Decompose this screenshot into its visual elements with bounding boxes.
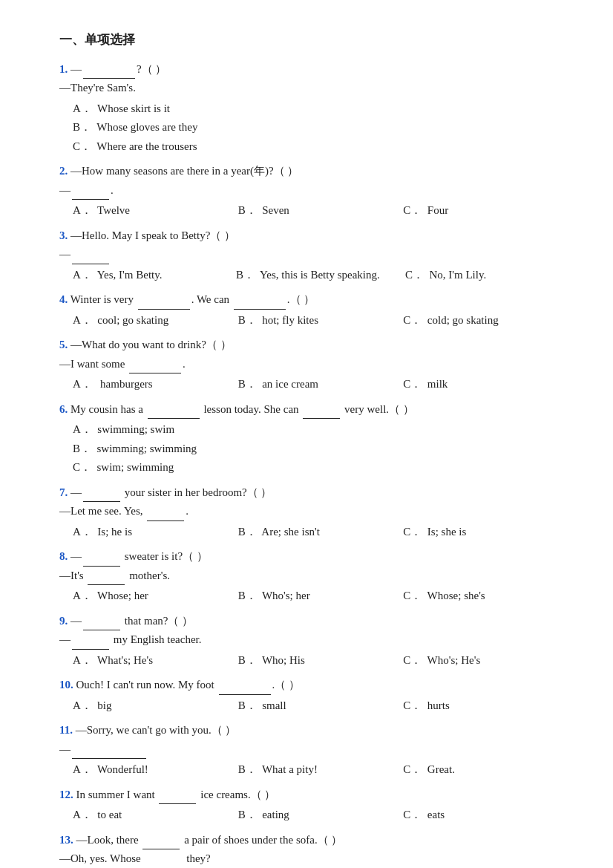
q2-options: A． Twelve B． Seven C． Four xyxy=(73,201,568,221)
q12-optC: C． eats xyxy=(403,806,568,825)
q1-text: —?（ ） xyxy=(71,63,166,75)
q11-options: A． Wonderful! B． What a pity! C． Great. xyxy=(73,760,568,780)
q4-optA: A． cool; go skating xyxy=(73,311,238,330)
q1-response: —They're Sam's. xyxy=(59,79,568,98)
q12-options: A． to eat B． eating C． eats xyxy=(73,806,568,825)
q8-optB: B． Who's; her xyxy=(238,587,404,606)
section: 一、单项选择 1. —?（ ） —They're Sam's. A． Whose… xyxy=(59,30,568,868)
q11-number: 11. xyxy=(59,724,73,736)
q1-optA: A． Whose skirt is it xyxy=(73,99,568,119)
q12-optA: A． to eat xyxy=(73,806,238,825)
question-13: 13. —Look, there a pair of shoes under t… xyxy=(59,831,568,868)
q11-optC: C． Great. xyxy=(403,760,568,780)
q2-number: 2. xyxy=(59,165,68,177)
question-9: 9. — that man?（ ） — my English teacher. … xyxy=(59,612,568,670)
q3-optC: C． No, I'm Lily. xyxy=(405,266,568,285)
q12-optB: B． eating xyxy=(238,806,404,825)
q10-text: Ouch! I can't run now. My foot .（ ） xyxy=(76,679,301,691)
q8-text: — sweater is it?（ ） xyxy=(71,550,208,562)
q10-optA: A． big xyxy=(73,696,238,716)
q6-optB: B． swimming; swimming xyxy=(73,440,568,459)
q3-text: —Hello. May I speak to Betty?（ ） xyxy=(71,229,235,241)
q8-options: A． Whose; her B． Who's; her C． Whose; sh… xyxy=(73,587,568,606)
q6-optA: A． swimming; swim xyxy=(73,420,568,440)
question-1: 1. —?（ ） —They're Sam's. A． Whose skirt … xyxy=(59,60,568,157)
q8-optA: A． Whose; her xyxy=(73,587,238,606)
q3-optA: A． Yes, I'm Betty. xyxy=(73,266,236,285)
question-8: 8. — sweater is it?（ ） —It's mother's. A… xyxy=(59,547,568,606)
q4-optC: C． cold; go skating xyxy=(403,311,568,330)
q5-optA: A． hamburgers xyxy=(73,375,238,394)
q1-number: 1. xyxy=(59,63,68,75)
question-4: 4. Winter is very . We can .（ ） A． cool;… xyxy=(59,290,568,330)
q4-options: A． cool; go skating B． hot; fly kites C．… xyxy=(73,311,568,330)
q3-response: — xyxy=(59,245,568,264)
section-title: 一、单项选择 xyxy=(59,30,568,51)
q10-optC: C． hurts xyxy=(403,696,568,716)
q8-number: 8. xyxy=(59,550,68,562)
q13-response: —Oh, yes. Whose they? xyxy=(59,849,568,868)
q9-optC: C． Who's; He's xyxy=(403,651,568,670)
q3-number: 3. xyxy=(59,229,68,241)
q7-optA: A． Is; he is xyxy=(73,523,238,542)
q9-number: 9. xyxy=(59,615,68,627)
q8-optC: C． Whose; she's xyxy=(403,587,568,606)
q7-number: 7. xyxy=(59,486,68,498)
q7-response: —Let me see. Yes, . xyxy=(59,502,568,521)
q10-optB: B． small xyxy=(238,696,404,716)
q6-text: My cousin has a lesson today. She can ve… xyxy=(71,403,414,415)
q2-optC: C． Four xyxy=(403,201,568,221)
q5-options: A． hamburgers B． an ice cream C． milk xyxy=(73,375,568,394)
q5-number: 5. xyxy=(59,339,68,350)
q7-text: — your sister in her bedroom?（ ） xyxy=(71,486,272,498)
q5-optB: B． an ice cream xyxy=(238,375,404,394)
q13-number: 13. xyxy=(59,834,73,846)
q11-response: — xyxy=(59,740,568,760)
q7-optC: C． Is; she is xyxy=(403,523,568,542)
q1-optB: B． Whose gloves are they xyxy=(73,118,568,137)
q4-text: Winter is very . We can .（ ） xyxy=(71,293,315,305)
q11-optB: B． What a pity! xyxy=(238,760,404,780)
q11-optA: A． Wonderful! xyxy=(73,760,238,780)
q6-number: 6. xyxy=(59,403,68,415)
question-2: 2. —How many seasons are there in a year… xyxy=(59,162,568,221)
q9-response: — my English teacher. xyxy=(59,630,568,650)
q4-optB: B． hot; fly kites xyxy=(238,311,404,330)
q9-text: — that man?（ ） xyxy=(71,615,193,627)
q3-optB: B． Yes, this is Betty speaking. xyxy=(236,266,405,285)
q1-options: A． Whose skirt is it B． Whose gloves are… xyxy=(73,99,568,157)
q2-optB: B． Seven xyxy=(238,201,404,221)
question-11: 11. —Sorry, we can't go with you.（ ） — A… xyxy=(59,721,568,780)
q9-options: A． What's; He's B． Who; His C． Who's; He… xyxy=(73,651,568,670)
q11-text: —Sorry, we can't go with you.（ ） xyxy=(76,724,237,736)
q2-optA: A． Twelve xyxy=(73,201,238,221)
q13-text: —Look, there a pair of shoes under the s… xyxy=(76,834,343,846)
q7-optB: B． Are; she isn't xyxy=(238,523,404,542)
q3-options: A． Yes, I'm Betty. B． Yes, this is Betty… xyxy=(73,266,568,285)
question-5: 5. —What do you want to drink?（ ） —I wan… xyxy=(59,336,568,394)
q5-optC: C． milk xyxy=(403,375,568,394)
q5-text: —What do you want to drink?（ ） xyxy=(71,339,232,350)
q5-response: —I want some . xyxy=(59,355,568,374)
q12-number: 12. xyxy=(59,789,73,800)
q2-response: —. xyxy=(59,181,568,200)
q10-number: 10. xyxy=(59,679,73,691)
question-7: 7. — your sister in her bedroom?（ ） —Let… xyxy=(59,483,568,542)
q12-text: In summer I want ice creams.（ ） xyxy=(76,789,276,800)
q6-optC: C． swim; swimming xyxy=(73,458,568,477)
q2-text: —How many seasons are there in a year(年)… xyxy=(71,165,298,177)
q6-options: A． swimming; swim B． swimming; swimming … xyxy=(73,420,568,477)
q1-optC: C． Where are the trousers xyxy=(73,137,568,157)
question-12: 12. In summer I want ice creams.（ ） A． t… xyxy=(59,786,568,825)
q8-response: —It's mother's. xyxy=(59,567,568,586)
q9-optA: A． What's; He's xyxy=(73,651,238,670)
q4-number: 4. xyxy=(59,293,68,305)
question-6: 6. My cousin has a lesson today. She can… xyxy=(59,400,568,477)
q10-options: A． big B． small C． hurts xyxy=(73,696,568,716)
q9-optB: B． Who; His xyxy=(238,651,404,670)
q7-options: A． Is; he is B． Are; she isn't C． Is; sh… xyxy=(73,523,568,542)
question-3: 3. —Hello. May I speak to Betty?（ ） — A．… xyxy=(59,226,568,285)
question-10: 10. Ouch! I can't run now. My foot .（ ） … xyxy=(59,676,568,715)
